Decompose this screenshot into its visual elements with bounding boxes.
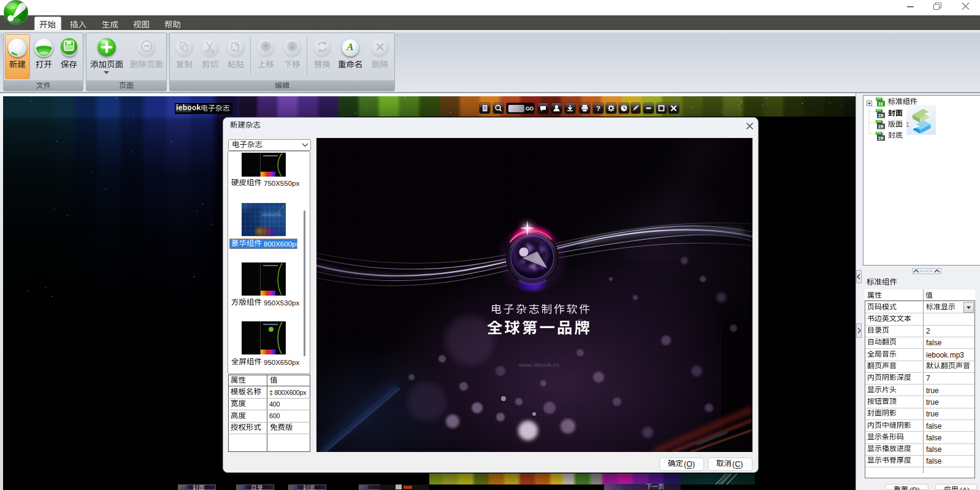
svg-text:IM: IM xyxy=(878,136,883,141)
svg-text:GO: GO xyxy=(526,105,534,112)
svg-text:IM: IM xyxy=(878,113,883,118)
svg-text:?: ? xyxy=(596,105,600,112)
svg-text:IM: IM xyxy=(878,124,883,129)
svg-text:A: A xyxy=(346,41,353,53)
svg-text:IE: IE xyxy=(878,102,883,107)
svg-text:1: 1 xyxy=(906,121,909,128)
